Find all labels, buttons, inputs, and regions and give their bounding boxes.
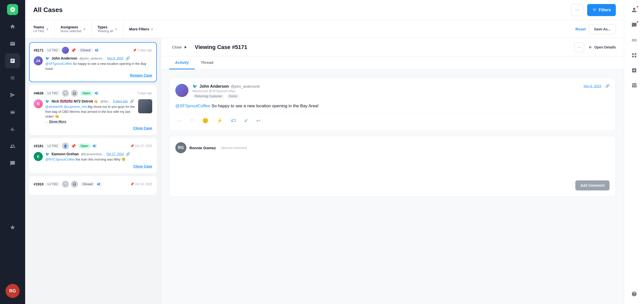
sidebar-item-send[interactable] (5, 87, 20, 103)
case-date[interactable]: 6 days ago (113, 99, 128, 103)
open-details-button[interactable]: Open Details (588, 45, 616, 49)
sidebar-item-home[interactable] (5, 19, 20, 34)
check-button[interactable]: ✓ (242, 117, 250, 125)
types-label: Types (98, 25, 113, 29)
close-case-button-4636[interactable]: Close Case (133, 126, 152, 130)
tab-activity[interactable]: Activity (169, 56, 195, 69)
add-panel-button[interactable] (628, 64, 640, 76)
link-icon[interactable]: 🔗 (126, 56, 130, 60)
case-user-avatar: JA (34, 56, 43, 65)
more-options-button[interactable]: ··· (571, 4, 583, 16)
msg-date[interactable]: Nov 8, 2023 (584, 84, 601, 88)
help-panel-button[interactable] (628, 288, 640, 300)
case-time: 📌 2 days ago (133, 48, 152, 52)
cases-list: #5171 L4 TMZ 📌 Closed 📌 2 days ago JA (25, 38, 161, 304)
mention: @NYCSproutCoffee (45, 158, 75, 161)
case-handle: @EamonnGre... (81, 152, 104, 156)
types-filter[interactable]: Types Viewing all ▾ (92, 20, 123, 38)
assignees-value: None selected (61, 29, 82, 33)
link-icon[interactable]: 🔗 (126, 152, 130, 156)
activity-feed: 🐦 John Anderson @john_anderson6 Mentione… (161, 70, 624, 304)
close-case-button-2181[interactable]: Close Case (133, 164, 152, 168)
sidebar-item-star[interactable] (5, 220, 20, 235)
tab-thread[interactable]: Thread (195, 56, 219, 69)
priority-bars (97, 182, 101, 186)
like-button[interactable]: ♡ (188, 117, 196, 125)
user-avatar[interactable]: RG (6, 284, 20, 298)
msg-avatar (175, 84, 188, 97)
twitter-icon: 🐦 (45, 56, 50, 60)
case-text: @afowler06 @supreme_cbd Big shout-out to… (45, 104, 136, 124)
avatar: 💬 (62, 90, 69, 97)
sidebar-item-reports[interactable] (5, 122, 20, 137)
close-button[interactable]: Close (169, 43, 191, 52)
case-card-2181[interactable]: #2181 L4 TMZ 👤 📌 Open 📌 Oct 27, 2023 E (29, 138, 157, 173)
teams-filter[interactable]: Teams L4 TMZ ▾ (33, 20, 55, 38)
viewing-more-button[interactable]: ··· (574, 42, 584, 52)
case-team: L4 TMZ (46, 182, 60, 186)
link-panel-button[interactable] (628, 34, 640, 46)
sidebar-item-cases[interactable] (5, 53, 20, 68)
add-comment-button[interactable]: Add Comment (575, 180, 610, 190)
grid-icon (631, 53, 637, 58)
more-filters-chevron-icon: ▾ (151, 27, 153, 31)
sidebar-item-chat[interactable] (5, 156, 20, 171)
msg-twitter-icon: 🐦 (192, 84, 197, 89)
mention-2: @supreme_cbd (64, 105, 87, 109)
headset-icon: 🎧 (71, 90, 78, 97)
viewing-panel: Close Viewing Case #5171 ··· Open Detail… (161, 38, 624, 304)
assignees-label: Assignees (61, 25, 82, 29)
link-icon (631, 37, 637, 43)
right-bar (624, 0, 644, 304)
case-date[interactable]: Oct 27, 2023 (106, 152, 124, 156)
case-time: 📌 Oct 18, 2023 (130, 182, 152, 186)
app-logo[interactable] (7, 4, 18, 15)
comment-input[interactable] (175, 156, 610, 176)
tag-button[interactable]: 🏷 (229, 117, 238, 125)
comment-avatar: RG (175, 142, 186, 153)
reopen-case-button[interactable]: Reopen Case (130, 73, 152, 77)
table-panel-button[interactable] (628, 79, 640, 91)
msg-username: John Anderson (199, 84, 229, 89)
chat-badge (636, 21, 639, 23)
msg-link-icon[interactable]: 🔗 (605, 84, 610, 88)
close-label: Close (172, 45, 182, 49)
reply-button[interactable]: ↩ (254, 117, 263, 125)
more-filters[interactable]: More Filters ▾ (123, 27, 576, 31)
more-filters-label: More Filters (129, 27, 149, 31)
save-as-button[interactable]: Save As... (589, 24, 616, 34)
table-icon (631, 83, 637, 88)
topbar: All Cases ··· Filters (25, 0, 624, 20)
case-user-avatar: N (34, 99, 43, 108)
case-card-1910[interactable]: #1910 L4 TMZ 💬 🎧 Closed 📌 Oct 18, 2023 (29, 176, 157, 195)
boost-button[interactable]: ⚡ (215, 117, 225, 125)
tag-returning-customer: Returning Customer (192, 94, 224, 98)
case-card-5171[interactable]: #5171 L4 TMZ 📌 Closed 📌 2 days ago JA (29, 42, 157, 82)
teams-value: L4 TMZ (33, 29, 45, 33)
headset-icon: 🎧 (71, 181, 78, 188)
link-icon[interactable]: 🔗 (130, 99, 134, 103)
sidebar-item-inbox[interactable] (5, 36, 20, 51)
profile-panel-button[interactable] (628, 4, 640, 16)
grid-panel-button[interactable] (628, 49, 640, 61)
sidebar-item-analytics[interactable] (5, 105, 20, 120)
case-team: L4 TMZ (46, 144, 60, 148)
case-card-4636[interactable]: #4636 L4 TMZ 💬 🎧 Open 3 days ago N (29, 85, 157, 135)
chat-panel-button[interactable] (628, 19, 640, 31)
avatar: 💬 (62, 181, 69, 188)
filters-button[interactable]: Filters (587, 4, 616, 16)
show-more-button[interactable]: Show More (49, 120, 66, 123)
more-actions-button[interactable]: ··· (175, 117, 184, 125)
sidebar-item-tasks[interactable] (5, 70, 20, 85)
emoji-button[interactable]: 🙂 (200, 117, 211, 125)
comment-type: Internal Comment (221, 146, 247, 150)
case-date[interactable]: Nov 8, 2023 (107, 57, 124, 60)
msg-mention: @SFSproutCoffee (175, 104, 210, 108)
arrow-right-icon (183, 45, 188, 49)
case-status-open: Open (80, 91, 93, 96)
twitter-icon: 🐦 (45, 152, 50, 156)
assignees-filter[interactable]: Assignees None selected ▾ (55, 20, 92, 38)
case-username: Nick 🇺🇸🇺🇸🇺🇸 M72 Detroit 🤙 (52, 99, 98, 103)
sidebar-item-users[interactable] (5, 139, 20, 154)
reset-button[interactable]: Reset (576, 27, 586, 31)
